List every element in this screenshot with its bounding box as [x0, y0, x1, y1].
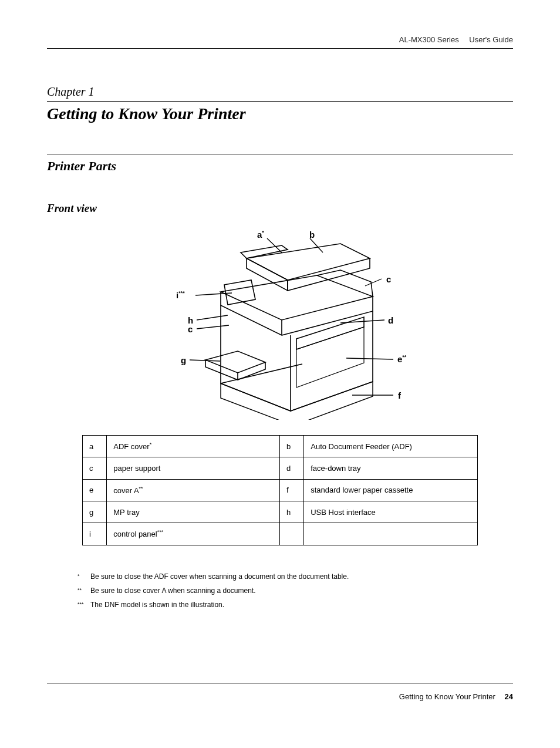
table-row: i control panel***	[83, 523, 478, 545]
label-i: i***	[176, 290, 185, 300]
page-footer: Getting to Know Your Printer 24	[399, 692, 513, 701]
cell-desc: Auto Document Feeder (ADF)	[304, 436, 478, 457]
label-a: a*	[257, 230, 264, 240]
cell-letter: a	[83, 436, 107, 457]
cell-letter	[279, 523, 303, 545]
parts-table: a ADF cover* b Auto Document Feeder (ADF…	[82, 435, 478, 545]
footnote: *Be sure to close the ADF cover when sca…	[77, 570, 513, 584]
page-number: 24	[505, 692, 513, 701]
table-row: g MP tray h USB Host interface	[83, 501, 478, 523]
label-d: d	[388, 315, 393, 325]
chapter-title: Getting to Know Your Printer	[47, 105, 246, 123]
cell-desc: ADF cover*	[107, 436, 280, 457]
svg-line-7	[197, 315, 228, 320]
footnote: ***The DNF model is shown in the illustr…	[77, 598, 513, 612]
top-rule	[47, 48, 513, 49]
table-row: c paper support d face-down tray	[83, 457, 478, 479]
table-row: a ADF cover* b Auto Document Feeder (ADF…	[83, 436, 478, 457]
cell-desc: MP tray	[107, 501, 280, 523]
cell-desc: USB Host interface	[304, 501, 478, 523]
cell-desc: cover A**	[107, 479, 280, 501]
footnotes: *Be sure to close the ADF cover when sca…	[77, 570, 513, 612]
subsection-title: Front view	[47, 202, 97, 215]
header-doctype: User's Guide	[469, 35, 513, 44]
cell-desc: face-down tray	[304, 457, 478, 479]
cell-letter: e	[83, 479, 107, 501]
label-c-right: c	[386, 274, 391, 284]
section-rule	[47, 154, 513, 154]
cell-letter: g	[83, 501, 107, 523]
label-f: f	[398, 390, 401, 400]
table-row: e cover A** f standard lower paper casse…	[83, 479, 478, 501]
label-b: b	[309, 230, 315, 240]
cell-letter: b	[279, 436, 303, 457]
svg-line-3	[340, 320, 384, 323]
label-c-left: c	[188, 324, 193, 334]
cell-desc: control panel***	[107, 523, 280, 545]
cell-letter: h	[279, 501, 303, 523]
chapter-label: Chapter 1	[47, 85, 95, 99]
footer-rule	[47, 683, 513, 683]
page-header: AL-MX300 Series User's Guide	[399, 35, 513, 44]
printer-illustration	[164, 226, 423, 420]
cell-letter: f	[279, 479, 303, 501]
svg-line-1	[310, 238, 323, 252]
footnote: **Be sure to close cover A when scanning…	[77, 584, 513, 598]
cell-desc: standard lower paper cassette	[304, 479, 478, 501]
svg-line-8	[197, 325, 229, 329]
printer-diagram: a* b c d e** f g h c i***	[164, 226, 423, 420]
label-e: e**	[397, 354, 406, 364]
section-title: Printer Parts	[47, 159, 116, 174]
svg-line-2	[365, 279, 382, 286]
cell-letter: i	[83, 523, 107, 545]
footer-title: Getting to Know Your Printer	[399, 692, 495, 701]
cell-letter: c	[83, 457, 107, 479]
cell-letter: d	[279, 457, 303, 479]
label-g: g	[181, 355, 186, 365]
cell-desc	[304, 523, 478, 545]
cell-desc: paper support	[107, 457, 280, 479]
header-series: AL-MX300 Series	[399, 35, 459, 44]
chapter-rule	[47, 101, 513, 102]
svg-line-4	[346, 358, 393, 359]
